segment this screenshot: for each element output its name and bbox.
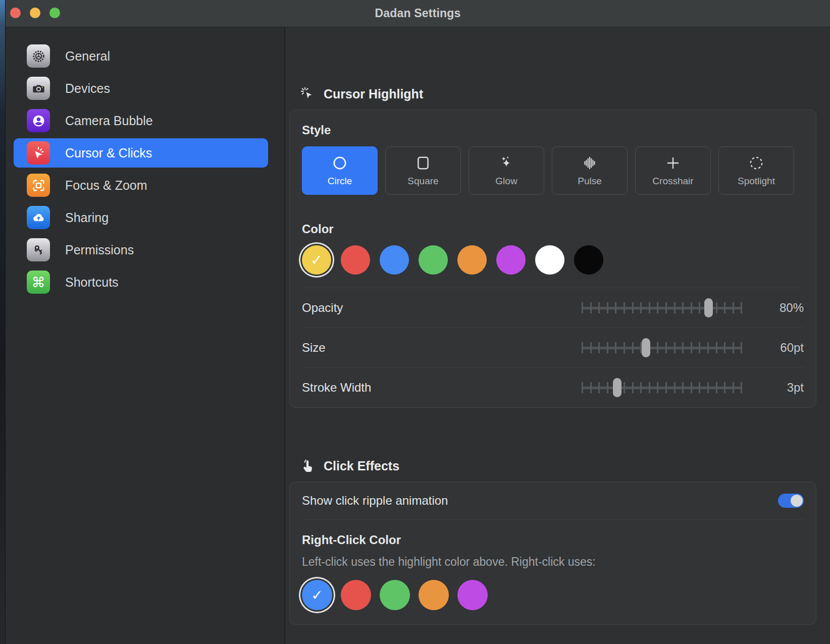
settings-window: Dadan Settings General Devices Cam <box>5 0 830 644</box>
circle-icon <box>332 155 348 171</box>
sidebar-item-devices[interactable]: Devices <box>14 74 268 103</box>
minimize-button[interactable] <box>30 8 40 18</box>
click-effects-card: Show click ripple animation Right-Click … <box>289 481 816 625</box>
desktop-edge <box>0 0 5 644</box>
cursor-click-icon <box>27 141 50 165</box>
ripple-row: Show click ripple animation <box>302 482 804 519</box>
cursor-highlight-header: Cursor Highlight <box>300 86 816 101</box>
opacity-value: 80% <box>755 301 804 315</box>
color-swatch-red[interactable] <box>341 245 370 275</box>
slider-ticks <box>582 382 742 393</box>
right-click-swatch-orange[interactable] <box>419 580 449 610</box>
stroke-width-row: Stroke Width 3pt <box>302 367 804 407</box>
right-click-color-description: Left-click uses the highlight color abov… <box>302 555 804 569</box>
style-option-label: Circle <box>328 176 352 187</box>
color-swatch-orange[interactable] <box>457 245 487 275</box>
right-click-swatch-blue[interactable] <box>302 580 332 610</box>
style-option-square[interactable]: Square <box>385 146 461 195</box>
sidebar-item-shortcuts[interactable]: Shortcuts <box>14 267 268 297</box>
spotlight-icon <box>748 155 764 171</box>
ripple-toggle[interactable] <box>778 494 804 508</box>
sidebar-item-label: Permissions <box>65 243 134 257</box>
section-title: Cursor Highlight <box>324 87 423 101</box>
style-option-label: Spotlight <box>738 176 775 187</box>
right-click-swatch-green[interactable] <box>380 580 410 610</box>
glow-icon <box>498 155 514 171</box>
opacity-row: Opacity 80% <box>302 288 804 328</box>
sidebar-item-permissions[interactable]: Permissions <box>14 235 268 264</box>
pulse-icon <box>582 155 598 171</box>
sidebar-item-sharing[interactable]: Sharing <box>14 203 268 232</box>
click-effects-icon <box>300 458 315 473</box>
traffic-lights <box>10 8 60 18</box>
sidebar-item-label: Sharing <box>65 210 109 225</box>
style-label: Style <box>302 110 804 137</box>
color-swatch-blue[interactable] <box>380 245 409 275</box>
stroke-width-value: 3pt <box>755 381 804 395</box>
ripple-label: Show click ripple animation <box>302 494 448 508</box>
divider <box>302 519 804 520</box>
style-option-label: Square <box>407 176 438 187</box>
sidebar-item-focus-zoom[interactable]: Focus & Zoom <box>14 171 268 200</box>
keys-icon <box>27 238 50 261</box>
person-bubble-icon <box>27 109 50 132</box>
color-swatch-black[interactable] <box>574 245 603 275</box>
command-icon <box>27 271 50 294</box>
click-effects-header: Click Effects <box>300 458 816 473</box>
right-click-swatch-purple[interactable] <box>457 580 488 610</box>
style-option-pulse[interactable]: Pulse <box>552 146 628 195</box>
opacity-label: Opacity <box>302 301 582 315</box>
style-option-crosshair[interactable]: Crosshair <box>635 146 711 195</box>
sidebar: General Devices Camera Bubble Cursor & C… <box>6 27 285 644</box>
toggle-knob <box>791 495 803 507</box>
camera-icon <box>27 77 50 100</box>
color-label: Color <box>302 222 804 236</box>
sidebar-item-general[interactable]: General <box>14 41 268 71</box>
slider-thumb[interactable] <box>642 338 650 357</box>
color-swatch-yellow[interactable] <box>302 245 331 275</box>
sidebar-item-label: Cursor & Clicks <box>65 146 152 160</box>
opacity-slider[interactable] <box>582 298 742 318</box>
stroke-width-slider[interactable] <box>582 378 742 398</box>
slider-ticks <box>582 342 742 353</box>
slider-ticks <box>582 302 742 313</box>
size-row: Size 60pt <box>302 328 804 367</box>
style-option-label: Pulse <box>578 176 602 187</box>
color-swatch-purple[interactable] <box>496 245 526 275</box>
slider-thumb[interactable] <box>613 378 621 397</box>
close-button[interactable] <box>10 8 21 18</box>
sidebar-item-label: General <box>65 49 110 64</box>
size-label: Size <box>302 341 582 355</box>
sidebar-item-cursor-clicks[interactable]: Cursor & Clicks <box>14 138 268 168</box>
right-click-color-label: Right-Click Color <box>302 533 804 547</box>
slider-thumb[interactable] <box>704 298 713 317</box>
check-icon <box>302 245 331 275</box>
style-options: Circle Square Glow Pulse <box>302 146 804 195</box>
check-icon <box>302 580 332 610</box>
window-title: Dadan Settings <box>375 7 460 20</box>
cursor-highlight-card: Style Circle Square Glow <box>289 110 816 408</box>
main-panel: Cursor Highlight Style Circle Square <box>285 27 830 644</box>
sidebar-item-label: Shortcuts <box>65 275 119 290</box>
section-title: Click Effects <box>324 459 399 473</box>
color-swatch-green[interactable] <box>419 245 448 275</box>
title-bar: Dadan Settings <box>6 0 830 27</box>
cursor-highlight-icon <box>300 86 315 101</box>
size-slider[interactable] <box>582 338 742 358</box>
color-swatch-white[interactable] <box>535 245 564 275</box>
style-option-circle[interactable]: Circle <box>302 146 378 195</box>
zoom-button[interactable] <box>49 8 60 18</box>
style-option-label: Glow <box>495 176 517 187</box>
size-value: 60pt <box>755 341 804 355</box>
right-click-swatch-red[interactable] <box>341 580 371 610</box>
sidebar-item-camera-bubble[interactable]: Camera Bubble <box>14 106 268 135</box>
sidebar-item-label: Camera Bubble <box>65 114 153 128</box>
style-option-glow[interactable]: Glow <box>469 146 544 195</box>
sidebar-item-label: Devices <box>65 81 110 96</box>
sidebar-item-label: Focus & Zoom <box>65 178 147 193</box>
highlight-color-swatches <box>302 245 804 275</box>
crosshair-icon <box>665 155 681 171</box>
focus-frame-icon <box>27 174 50 197</box>
right-click-color-swatches <box>302 580 804 610</box>
style-option-spotlight[interactable]: Spotlight <box>718 146 794 195</box>
